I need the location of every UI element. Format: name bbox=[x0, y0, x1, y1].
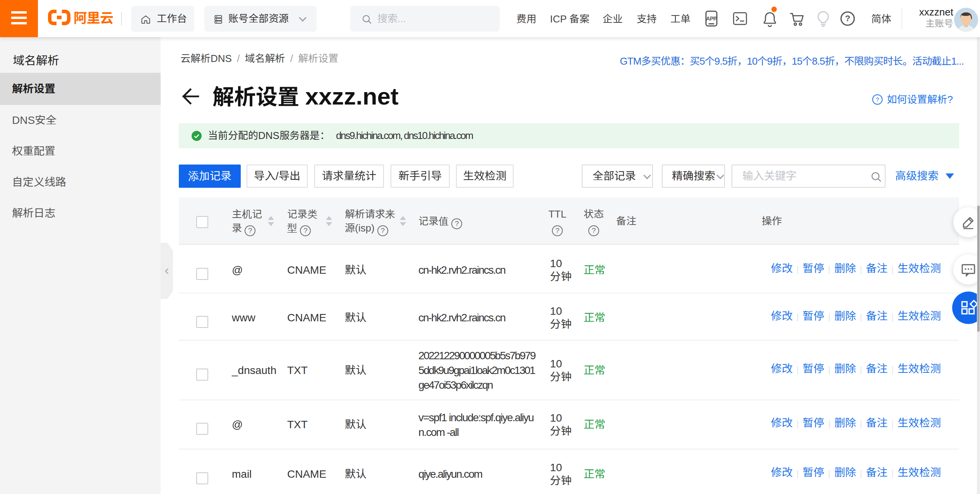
svg-text:?: ? bbox=[845, 14, 850, 23]
svg-text:?: ? bbox=[875, 96, 879, 103]
